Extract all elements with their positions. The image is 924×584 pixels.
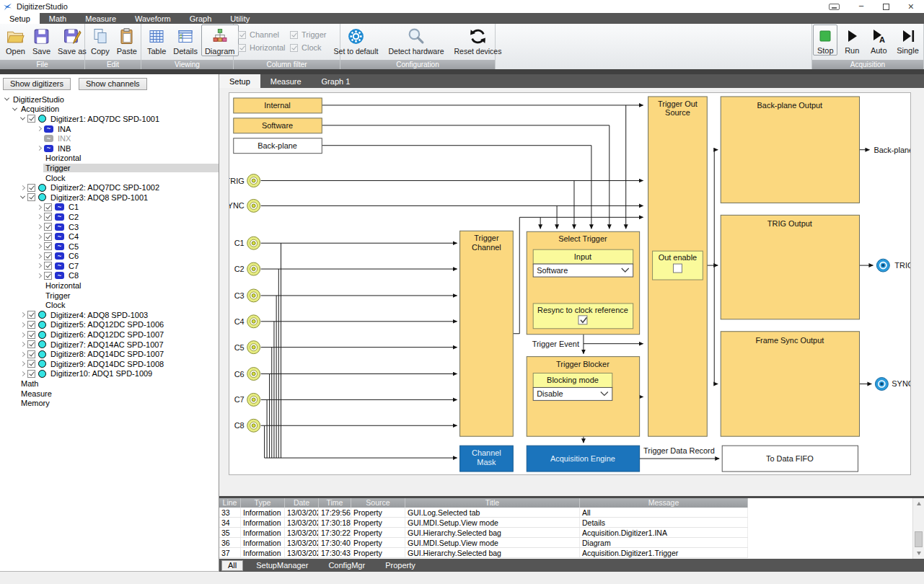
log-col-time[interactable]: Time — [319, 498, 351, 508]
tree-row-1[interactable]: Acquisition — [0, 105, 219, 115]
paste-button[interactable]: Paste — [113, 25, 141, 56]
tree-checkbox[interactable] — [44, 223, 52, 231]
filter-channel-checkbox[interactable]: Channel — [238, 28, 290, 41]
tree-row-23[interactable]: Digitizer5: ADQ12DC SPD-1006 — [0, 320, 219, 330]
detect-hardware-button[interactable]: Detect hardware — [384, 25, 447, 56]
tree-item-label[interactable]: INX — [56, 134, 73, 143]
log-col-type[interactable]: Type — [241, 498, 285, 508]
tree-row-9[interactable]: Digitizer2: ADQ7DC SPD-1002 — [0, 182, 219, 193]
tree-expander-icon[interactable] — [19, 323, 27, 327]
tree-expander-icon[interactable] — [19, 117, 27, 120]
tree-row-28[interactable]: Digitizer10: ADQ1 SPD-1009 — [0, 369, 219, 379]
tree-item-label[interactable]: Clock — [43, 174, 68, 182]
tree-row-24[interactable]: Digitizer6: ADQ12DC SPD-1007 — [0, 329, 219, 340]
tree-expander-icon[interactable] — [19, 313, 27, 317]
menu-tab-waveform[interactable]: Waveform — [126, 13, 180, 24]
tree-item-label[interactable]: C5 — [66, 242, 81, 251]
tree-row-26[interactable]: Digitizer8: ADQ14DC SPD-1007 — [0, 349, 219, 359]
tree-item-label[interactable]: INB — [56, 144, 73, 153]
tree-row-20[interactable]: Trigger — [0, 291, 219, 301]
tree-row-19[interactable]: Horizontal — [0, 280, 219, 291]
menu-tab-math[interactable]: Math — [40, 13, 76, 24]
tree-expander-icon[interactable] — [35, 215, 43, 218]
tree-checkbox[interactable] — [27, 193, 35, 201]
show-digitizers-button[interactable]: Show digitizers — [3, 78, 71, 90]
filter-clock-checkbox[interactable]: Clock — [290, 41, 333, 54]
tree-expander-icon[interactable] — [35, 127, 43, 130]
out-enable-checkbox[interactable] — [673, 264, 682, 273]
tree-checkbox[interactable] — [27, 184, 35, 192]
tree-checkbox[interactable] — [44, 203, 52, 211]
tree-row-25[interactable]: Digitizer7: ADQ14AC SPD-1007 — [0, 340, 219, 350]
log-tab-all[interactable]: All — [221, 560, 243, 571]
tree-item-label[interactable]: C6 — [66, 252, 81, 260]
tree-item-label[interactable]: Digitizer2: ADQ7DC SPD-1002 — [48, 183, 162, 192]
scroll-up-icon[interactable] — [915, 500, 923, 508]
tree-row-5[interactable]: INB — [0, 143, 219, 154]
tree-row-27[interactable]: Digitizer9: ADQ14DC SPD-1008 — [0, 359, 219, 369]
tree-item-label[interactable]: Measure — [19, 389, 54, 398]
log-tab-setupmanager[interactable]: SetupManager — [249, 561, 315, 570]
tree-expander-icon[interactable] — [3, 97, 11, 101]
tree-item-label[interactable]: Math — [19, 379, 40, 388]
log-row-3[interactable]: 36 Information 13/03/2020 17:30:40 Prope… — [219, 538, 748, 548]
tree-row-16[interactable]: C6 — [0, 252, 219, 262]
tree-item-label[interactable]: Digitizer5: ADQ12DC SPD-1006 — [48, 320, 166, 329]
touch-keyboard-icon[interactable] — [829, 4, 840, 10]
log-row-0[interactable]: 33 Information 13/03/2020 17:29:56 Prope… — [219, 508, 748, 518]
tree-checkbox[interactable] — [27, 311, 35, 319]
tree-expander-icon[interactable] — [35, 264, 43, 267]
resync-checkbox[interactable] — [578, 316, 587, 324]
tree-expander-icon[interactable] — [35, 274, 43, 278]
log-row-1[interactable]: 34 Information 13/03/2020 17:30:18 Prope… — [219, 518, 748, 528]
tree-row-2[interactable]: Digitizer1: ADQ7DC SPD-1001 — [0, 114, 219, 124]
run-button[interactable]: Run — [840, 25, 864, 56]
tree-expander-icon[interactable] — [35, 225, 43, 229]
tree-row-30[interactable]: Measure — [0, 389, 219, 399]
mdi-tab-setup[interactable]: Setup — [219, 74, 260, 88]
tree-expander-icon[interactable] — [19, 362, 27, 366]
tree-row-6[interactable]: Horizontal — [0, 154, 219, 164]
tree-item-label[interactable]: DigitizerStudio — [11, 95, 66, 104]
tree-expander-icon[interactable] — [35, 146, 43, 150]
tree-item-label[interactable]: Trigger — [43, 164, 219, 172]
tree-row-18[interactable]: C8 — [0, 271, 219, 281]
log-col-line[interactable]: Line — [219, 498, 241, 508]
tree-item-label[interactable]: Digitizer8: ADQ14DC SPD-1007 — [48, 350, 166, 358]
filter-trigger-checkbox[interactable]: Trigger — [290, 28, 333, 41]
tree-expander-icon[interactable] — [19, 353, 27, 356]
log-scrollbar[interactable] — [912, 498, 924, 559]
single-button[interactable]: Single — [893, 25, 923, 56]
mdi-tab-graph1[interactable]: Graph 1 — [312, 74, 361, 88]
save-button[interactable]: Save — [29, 25, 54, 56]
tree-item-label[interactable]: Digitizer6: ADQ12DC SPD-1007 — [48, 330, 166, 339]
tree-item-label[interactable]: Horizontal — [43, 154, 84, 162]
tree-expander-icon[interactable] — [19, 333, 27, 337]
auto-button[interactable]: A Auto — [866, 25, 891, 56]
tree-checkbox[interactable] — [44, 252, 52, 260]
log-tab-property[interactable]: Property — [378, 561, 423, 570]
tree-checkbox[interactable] — [27, 115, 35, 123]
restore-icon[interactable] — [883, 4, 889, 10]
tree-row-0[interactable]: DigitizerStudio — [0, 94, 219, 105]
tree-checkbox[interactable] — [44, 272, 52, 280]
tree-checkbox[interactable] — [27, 321, 35, 329]
scroll-thumb[interactable] — [915, 531, 923, 547]
tree-checkbox[interactable] — [44, 233, 52, 241]
log-row-2[interactable]: 35 Information 13/03/2020 17:30:22 Prope… — [219, 528, 748, 538]
tree-item-label[interactable]: C1 — [66, 203, 81, 211]
trigger-source-software[interactable]: Software — [234, 118, 322, 133]
tree-row-22[interactable]: Digitizer4: ADQ8 SPD-1003 — [0, 310, 219, 320]
open-button[interactable]: Open — [2, 25, 29, 56]
trigger-source-backplane[interactable]: Back-plane — [234, 138, 322, 154]
tree-expander-icon[interactable] — [11, 107, 19, 111]
tree-row-10[interactable]: Digitizer3: ADQ8 SPD-1001 — [0, 193, 219, 203]
tree-expander-icon[interactable] — [19, 342, 27, 346]
tree-checkbox[interactable] — [27, 340, 35, 348]
tree-item-label[interactable]: Digitizer7: ADQ14AC SPD-1007 — [48, 340, 166, 349]
copy-button[interactable]: Copy — [87, 25, 113, 56]
log-col-message[interactable]: Message — [580, 498, 748, 508]
tree-row-11[interactable]: C1 — [0, 203, 219, 213]
scroll-down-icon[interactable] — [915, 549, 923, 557]
tree-item-label[interactable]: Digitizer9: ADQ14DC SPD-1008 — [48, 360, 166, 368]
